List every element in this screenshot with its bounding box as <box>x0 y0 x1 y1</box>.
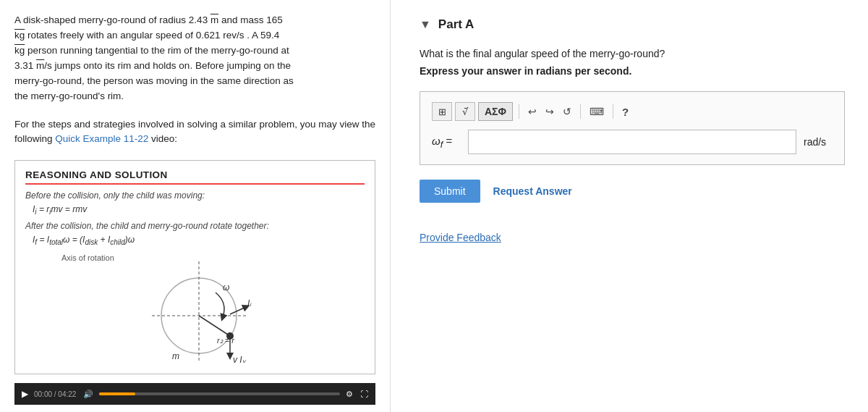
reasoning-title: REASONING AND SOLUTION <box>25 169 365 185</box>
svg-text:m: m <box>172 351 179 361</box>
problem-line3: kg person running tangential to the rim … <box>14 45 289 56</box>
answer-input[interactable] <box>468 130 796 154</box>
formula1: Ii = rimv = rmv <box>33 204 365 216</box>
sqrt-icon: √̄ <box>462 106 468 117</box>
problem-line5: merry-go-round, the person was moving in… <box>14 75 294 86</box>
problem-line6: the merry-go-round's rim. <box>14 91 124 101</box>
diagram-svg: ω Iᵢ r₂ = r v Iᵥ m <box>123 258 268 363</box>
settings-button[interactable]: ⚙ <box>344 390 354 399</box>
matrix-button[interactable]: ⊞ <box>432 102 452 121</box>
greek-button[interactable]: ΑΣΦ <box>478 102 513 121</box>
diagram-area: Axis of rotation <box>25 252 365 368</box>
problem-line1: A disk-shaped merry-go-round of radius 2… <box>14 14 283 25</box>
reasoning-after: After the collision, the child and merry… <box>25 221 365 231</box>
video-progress-fill <box>99 392 135 395</box>
quick-example-link[interactable]: Quick Example 11-22 <box>55 133 148 144</box>
fullscreen-button[interactable]: ⛶ <box>359 390 370 398</box>
svg-text:v   Iᵥ: v Iᵥ <box>233 355 247 363</box>
video-bar: ▶ 00:00 / 04:22 🔊 ⚙ ⛶ <box>14 383 375 405</box>
svg-line-5 <box>230 307 246 314</box>
svg-line-3 <box>199 316 230 336</box>
toolbar-separator-2 <box>580 104 581 119</box>
strategy-text: For the steps and strategies involved in… <box>14 117 375 148</box>
provide-feedback-link[interactable]: Provide Feedback <box>420 232 845 243</box>
reasoning-box: REASONING AND SOLUTION Before the collis… <box>14 160 375 374</box>
submit-button[interactable]: Submit <box>420 180 480 203</box>
redo-button[interactable]: ↪ <box>542 106 557 117</box>
svg-text:r₂ = r: r₂ = r <box>217 336 235 345</box>
axis-label: Axis of rotation <box>61 253 114 262</box>
reasoning-before: Before the collision, only the child was… <box>25 190 365 201</box>
svg-text:ω: ω <box>223 282 229 293</box>
toolbar-separator <box>519 104 519 119</box>
video-progress-bar[interactable] <box>99 392 340 395</box>
toolbar-separator-3 <box>613 104 613 119</box>
answer-area: ⊞ √̄ ΑΣΦ ↩ ↪ ↺ ⌨ ? ωf = rad/s <box>420 91 845 165</box>
matrix-icon: ⊞ <box>438 106 446 117</box>
right-panel: ▼ Part A What is the final angular speed… <box>391 0 868 412</box>
input-row: ωf = rad/s <box>432 130 833 154</box>
undo-button[interactable]: ↩ <box>525 106 540 117</box>
action-row: Submit Request Answer <box>420 180 845 203</box>
reasoning-content: Before the collision, only the child was… <box>25 190 365 374</box>
reset-button[interactable]: ↺ <box>560 106 574 117</box>
unit-label: rad/s <box>804 136 833 148</box>
part-collapse-arrow[interactable]: ▼ <box>420 18 431 31</box>
svg-text:Iᵢ: Iᵢ <box>247 298 252 308</box>
problem-line2: kg rotates freely with an angular speed … <box>14 30 279 41</box>
answer-toolbar: ⊞ √̄ ΑΣΦ ↩ ↪ ↺ ⌨ ? <box>432 102 833 121</box>
sqrt-button[interactable]: √̄ <box>455 102 475 121</box>
formula2: If = Itotalω = (Idisk + Ichild)ω <box>33 235 365 246</box>
problem-line4: 3.31 m/s jumps onto its rim and holds on… <box>14 60 291 71</box>
left-panel: A disk-shaped merry-go-round of radius 2… <box>0 0 391 412</box>
problem-statement: A disk-shaped merry-go-round of radius 2… <box>14 13 375 104</box>
input-label: ωf = <box>432 135 461 150</box>
question-text: What is the final angular speed of the m… <box>420 48 845 59</box>
request-answer-link[interactable]: Request Answer <box>493 185 572 197</box>
volume-button[interactable]: 🔊 <box>82 390 95 399</box>
play-button[interactable]: ▶ <box>20 389 30 399</box>
answer-instruction: Express your answer in radians per secon… <box>420 65 845 77</box>
part-title: Part A <box>438 17 474 32</box>
keyboard-button[interactable]: ⌨ <box>587 106 607 117</box>
video-time: 00:00 / 04:22 <box>34 390 77 398</box>
part-header: ▼ Part A <box>420 17 845 32</box>
help-button[interactable]: ? <box>619 106 631 118</box>
